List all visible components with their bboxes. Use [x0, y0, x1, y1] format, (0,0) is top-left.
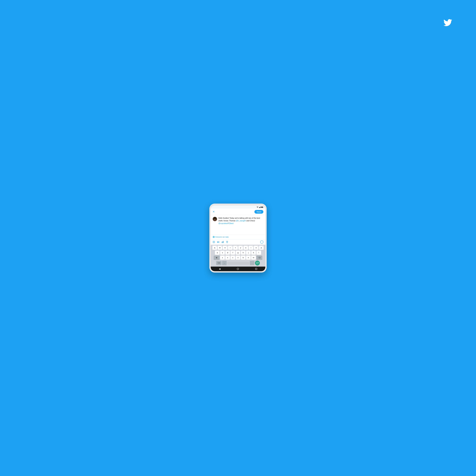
- twitter-logo-icon: [443, 19, 452, 26]
- svg-rect-1: [259, 207, 260, 208]
- gif-icon[interactable]: GIF: [217, 241, 220, 243]
- key-t[interactable]: t5: [233, 246, 238, 250]
- key-m[interactable]: m: [251, 255, 256, 260]
- svg-rect-17: [222, 242, 222, 243]
- svg-rect-6: [263, 207, 263, 207]
- key-h[interactable]: h: [241, 251, 245, 255]
- compose-area[interactable]: Hello foodies! Today we're talking with …: [211, 215, 265, 235]
- key-e[interactable]: e3: [223, 246, 227, 250]
- home-button[interactable]: [237, 268, 239, 270]
- poll-icon[interactable]: [221, 241, 224, 243]
- key-period[interactable]: .: [250, 261, 255, 265]
- key-comma[interactable]: ,: [222, 261, 227, 265]
- tweet-button[interactable]: Tweet: [255, 210, 263, 214]
- globe-icon: 🌐: [213, 236, 215, 238]
- status-bar: [211, 205, 265, 209]
- signal-icon: [259, 206, 261, 208]
- keyboard-row-4: ?123 , .: [211, 260, 265, 265]
- image-icon[interactable]: [213, 241, 215, 243]
- key-y[interactable]: y6: [238, 246, 243, 250]
- svg-point-14: [213, 241, 214, 242]
- key-d[interactable]: d: [225, 251, 230, 255]
- key-q[interactable]: q1: [212, 246, 217, 250]
- key-s[interactable]: s: [220, 251, 225, 255]
- key-f[interactable]: f: [231, 251, 235, 255]
- keyboard-row-2: a s d f g h j k l: [211, 251, 265, 255]
- page-wrapper: ✕ Tweet: [0, 0, 476, 476]
- phone-screen: ✕ Tweet: [211, 205, 265, 271]
- close-button[interactable]: ✕: [213, 210, 215, 213]
- svg-rect-19: [223, 241, 224, 243]
- key-a[interactable]: a: [215, 251, 220, 255]
- key-space[interactable]: [227, 262, 249, 264]
- mention-2[interactable]: @cupcakesRDbest: [218, 222, 234, 224]
- key-shift[interactable]: [214, 255, 220, 260]
- reply-setting-label: Everyone can reply: [215, 236, 229, 238]
- tweet-text-middle: and Cheryl: [246, 220, 255, 222]
- key-x[interactable]: x: [225, 255, 230, 260]
- key-v[interactable]: v: [236, 255, 240, 260]
- keyboard-row-3: z x c v b n m: [211, 255, 265, 260]
- tweet-text[interactable]: Hello foodies! Today we're talking with …: [218, 217, 263, 225]
- svg-rect-18: [222, 241, 223, 243]
- key-j[interactable]: j: [246, 251, 251, 255]
- key-u[interactable]: u7: [243, 246, 248, 250]
- key-g[interactable]: g: [236, 251, 240, 255]
- key-enter[interactable]: [255, 260, 260, 265]
- avatar-image: [213, 217, 217, 221]
- battery-icon: [261, 206, 263, 208]
- location-svg: [226, 241, 228, 243]
- key-backspace[interactable]: [256, 255, 262, 260]
- location-icon[interactable]: [226, 241, 228, 243]
- reply-setting[interactable]: 🌐 Everyone can reply: [211, 235, 265, 239]
- image-svg: [213, 241, 215, 243]
- svg-rect-5: [261, 207, 263, 207]
- compose-toolbar: GIF: [211, 239, 265, 245]
- avatar: [213, 217, 217, 221]
- recents-button[interactable]: [255, 268, 257, 270]
- keyboard: q1 w2 e3 r4 t5 y6 u7 i8 o9 p0 a s d f: [211, 245, 265, 267]
- key-num-toggle[interactable]: ?123: [216, 261, 221, 265]
- keyboard-row-1: q1 w2 e3 r4 t5 y6 u7 i8 o9 p0: [211, 246, 265, 250]
- key-l[interactable]: l: [256, 251, 261, 255]
- svg-rect-2: [260, 207, 260, 208]
- key-n[interactable]: n: [246, 255, 251, 260]
- compose-header: ✕ Tweet: [211, 209, 265, 215]
- key-i[interactable]: i8: [249, 246, 253, 250]
- toolbar-icons: GIF: [213, 241, 260, 243]
- key-p[interactable]: p0: [259, 246, 264, 250]
- poll-svg: [221, 241, 224, 243]
- char-circle: [260, 240, 263, 244]
- key-w[interactable]: w2: [218, 246, 222, 250]
- key-c[interactable]: c: [231, 255, 235, 260]
- phone-mockup: ✕ Tweet: [209, 204, 267, 272]
- svg-point-11: [215, 218, 216, 219]
- key-k[interactable]: k: [251, 251, 256, 255]
- svg-rect-3: [260, 206, 261, 208]
- back-button[interactable]: ◀: [219, 268, 221, 270]
- bottom-nav-bar: ◀: [211, 267, 265, 271]
- status-icons: [256, 206, 263, 208]
- key-o[interactable]: o9: [254, 246, 258, 250]
- key-r[interactable]: r4: [228, 246, 233, 250]
- gif-svg: GIF: [217, 241, 220, 243]
- mention-1[interactable]: @h_wang84: [236, 220, 246, 222]
- key-z[interactable]: z: [220, 255, 225, 260]
- svg-text:GIF: GIF: [217, 242, 219, 242]
- svg-point-20: [227, 241, 227, 242]
- svg-point-10: [214, 218, 215, 219]
- svg-rect-0: [259, 207, 259, 208]
- key-b[interactable]: b: [241, 255, 245, 260]
- wifi-icon: [256, 206, 258, 208]
